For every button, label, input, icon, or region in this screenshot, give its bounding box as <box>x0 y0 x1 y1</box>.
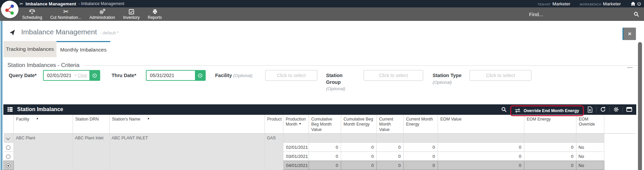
tab-monthly-imbalances[interactable]: Monthly Imbalances <box>56 41 110 57</box>
vertical-scrollbar-thumb[interactable] <box>638 42 642 170</box>
search-icon[interactable] <box>633 11 639 17</box>
collapse-panel-icon[interactable]: — <box>627 64 633 70</box>
cell-cumulative-beg-month-value: 0 <box>309 161 341 170</box>
menu-item-administration[interactable]: Administration <box>85 7 119 21</box>
window-title: - Imbalance Management <box>79 1 124 6</box>
menu-label: Reports <box>148 15 162 20</box>
column-header-eom-value[interactable]: EOM Value <box>438 115 524 134</box>
close-icon: × <box>628 31 632 37</box>
column-header-cumulative-beg-month-energy[interactable]: Cumulative Beg Month Energy <box>341 115 377 134</box>
cell-cumulative-beg-month-value: 0 <box>309 143 341 152</box>
cell-production-month: 02/01/2021 <box>283 143 309 152</box>
cell-cumulative-beg-month-energy: 0 <box>341 152 377 161</box>
grid-toolbar: Station Imbalance Override End Month Ene… <box>3 104 636 115</box>
column-header-eom-override[interactable]: EOM Override <box>576 115 604 134</box>
column-header-product[interactable]: Product <box>265 115 283 134</box>
balance-scale-icon <box>29 8 36 15</box>
toolbar-divider <box>622 106 623 112</box>
export-excel-icon[interactable] <box>587 106 593 113</box>
station-group-select[interactable] <box>364 70 423 81</box>
column-header-eom-energy[interactable]: EOM Energy <box>524 115 576 134</box>
menu-label: Cut Nomination... <box>50 15 81 20</box>
tab-tracking-imbalances[interactable]: Tracking Imbalances <box>3 41 56 57</box>
group-row[interactable]: ABC Plant ABC Plant Inlet ABC PLANT INLE… <box>4 134 636 143</box>
filler-column-header <box>604 115 636 134</box>
cell-current-month-value: 0 <box>377 143 404 152</box>
main-menubar: Scheduling ✂ Cut Nomination... Administr… <box>0 7 644 21</box>
cell-cumulative-beg-month-energy: 0 <box>341 143 377 152</box>
query-date-picker-button[interactable] <box>89 71 99 80</box>
column-header-production-month[interactable]: Production Month▲ <box>283 115 309 134</box>
row-radio[interactable] <box>6 155 10 159</box>
app-logo[interactable] <box>1 1 18 18</box>
workbench-value: Marketer <box>603 1 621 6</box>
table-header-row: Facility▲ Station DRN Station's Name▲ Pr… <box>4 115 636 134</box>
filler-cell <box>604 134 636 170</box>
thru-date-field <box>146 70 206 81</box>
cell-station-name: ABC PLANT INLET <box>110 134 265 170</box>
cell-eom-energy: 0 <box>524 152 576 161</box>
printer-icon <box>152 8 158 15</box>
row-radio[interactable] <box>6 145 10 150</box>
close-panel-button[interactable]: × <box>622 28 636 40</box>
navigation-arrow-icon[interactable] <box>9 29 16 36</box>
cell-facility: ABC Plant <box>14 134 73 170</box>
menu-item-reports[interactable]: Reports <box>144 7 166 21</box>
clear-x-icon: × <box>74 73 77 78</box>
thru-date-picker-button[interactable] <box>195 71 205 80</box>
column-header-current-month-energy[interactable]: Current Month Energy <box>404 115 438 134</box>
scissors-icon: ✂ <box>19 1 23 6</box>
cell-current-month-value: 0 <box>377 161 404 170</box>
tenant-value: Marketer <box>552 1 570 6</box>
column-header-stations-name[interactable]: Station's Name▲ <box>110 115 265 134</box>
clear-query-date-button[interactable]: × Clear <box>74 73 87 78</box>
power-icon[interactable] <box>637 2 641 6</box>
menu-item-scheduling[interactable]: Scheduling <box>18 7 46 21</box>
grid-title: Station Imbalance <box>17 106 63 112</box>
facility-select[interactable] <box>265 70 317 81</box>
sort-asc-icon: ▲ <box>147 117 150 120</box>
page-title: Imbalance Management <box>21 28 97 36</box>
menu-item-inventory[interactable]: Inventory <box>119 7 144 21</box>
workbench-label: WORKBENCH <box>580 3 601 6</box>
query-date-label: Query Date* <box>9 70 43 79</box>
station-group-label: Station Group (Optional) <box>326 70 358 92</box>
scissors-icon: ✂ <box>63 8 69 15</box>
home-icon[interactable] <box>631 2 635 6</box>
thru-date-input[interactable] <box>147 73 195 78</box>
tenant-indicator: TENANT Marketer <box>537 1 570 6</box>
chevron-down-icon[interactable] <box>6 136 10 140</box>
tab-label: Tracking Imbalances <box>6 46 54 52</box>
cell-eom-override: No <box>576 161 604 170</box>
global-search <box>528 7 644 21</box>
query-date-field: × Clear <box>43 70 100 81</box>
toolbar-divider <box>609 106 610 112</box>
facility-label: Facility (Optional) <box>215 70 252 79</box>
grid-body: ABC Plant ABC Plant Inlet ABC PLANT INLE… <box>4 134 636 170</box>
criteria-legend: Station Imbalances - Criteria <box>5 62 83 69</box>
imbalance-tabs: Tracking Imbalances Monthly Imbalances <box>3 41 644 57</box>
refresh-icon[interactable] <box>600 106 606 112</box>
grid-search-button[interactable] <box>501 106 507 112</box>
override-end-month-energy-button[interactable]: Override End Month Energy <box>510 105 584 116</box>
cell-station-drn: ABC Plant Inlet <box>73 134 110 170</box>
grid-list-icon[interactable] <box>7 106 13 113</box>
column-header-current-month-value[interactable]: Current Month Value <box>377 115 404 134</box>
row-radio[interactable] <box>6 164 10 168</box>
cell-current-month-energy: 0 <box>404 143 438 152</box>
station-type-label: Station Type (Optional) <box>433 70 465 86</box>
sort-asc-icon: ▲ <box>36 117 39 120</box>
menu-item-cut-nomination[interactable]: ✂ Cut Nomination... <box>46 7 85 21</box>
query-date-input[interactable] <box>44 73 74 78</box>
column-header-facility[interactable]: Facility▲ <box>14 115 73 134</box>
cell-production-month: 03/01/2021 <box>283 152 309 161</box>
column-header-cumulative-beg-month-value[interactable]: Cumulative Beg Month Value <box>309 115 341 134</box>
workbench-indicator: WORKBENCH Marketer <box>580 1 621 6</box>
window-maximize-icon[interactable] <box>626 107 632 112</box>
station-type-select[interactable] <box>470 70 531 81</box>
gear-icon[interactable] <box>613 106 619 112</box>
find-input[interactable] <box>528 11 629 18</box>
date-picker-icon <box>198 73 203 78</box>
column-header-station-drn[interactable]: Station DRN <box>73 115 110 134</box>
criteria-panel: Station Imbalances - Criteria — Query Da… <box>3 62 641 97</box>
